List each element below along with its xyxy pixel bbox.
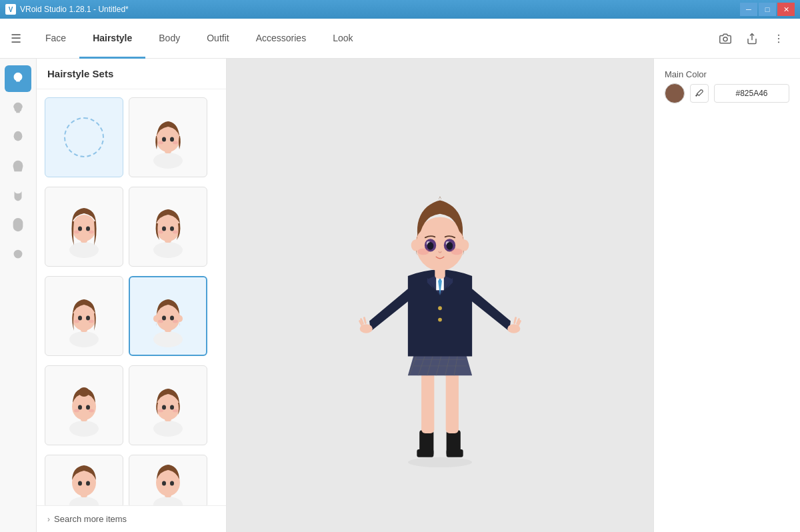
hair-illustration-1 (138, 104, 198, 171)
svg-point-19 (74, 231, 79, 234)
svg-point-43 (173, 320, 178, 323)
hairstyle-item-6[interactable] (45, 365, 123, 445)
svg-point-48 (78, 405, 82, 410)
hairstyle-item-1[interactable] (129, 97, 207, 177)
svg-point-21 (153, 242, 183, 258)
search-more-button[interactable]: › Search more items (37, 505, 226, 532)
hairstyle-item-7[interactable] (129, 365, 207, 445)
svg-point-7 (153, 153, 183, 169)
svg-point-12 (158, 141, 163, 145)
tab-face[interactable]: Face (32, 19, 79, 59)
window-title: VRoid Studio 1.28.1 - Untitled* (20, 5, 129, 14)
hairstyle-item-3[interactable] (129, 187, 207, 267)
chevron-right-icon: › (47, 515, 50, 524)
titlebar: V VRoid Studio 1.28.1 - Untitled* ─ □ ✕ (0, 0, 800, 19)
svg-point-103 (427, 242, 434, 250)
hairstyle-item-empty[interactable] (45, 97, 123, 177)
hairstyle-item-4[interactable] (45, 276, 123, 356)
right-panel: Main Color #825A46 (653, 59, 800, 532)
sidebar-icon-hair4[interactable] (5, 183, 31, 209)
svg-point-35 (153, 331, 183, 347)
svg-point-27 (173, 231, 178, 234)
svg-rect-74 (421, 373, 434, 433)
svg-point-6 (14, 250, 23, 259)
hairstyle-item-9[interactable] (129, 455, 207, 505)
color-swatch[interactable] (665, 83, 685, 103)
panel: Hairstyle Sets (37, 59, 227, 532)
svg-point-56 (170, 405, 174, 410)
search-more-label: Search more items (54, 514, 127, 524)
character-area (227, 59, 653, 532)
main-viewport (227, 59, 653, 532)
close-button[interactable]: ✕ (777, 3, 795, 16)
hair-illustration-4 (54, 283, 114, 349)
hairstyle-item-8[interactable] (45, 455, 123, 505)
sidebar-icon-head[interactable] (5, 65, 31, 92)
svg-point-18 (86, 227, 90, 231)
hair-illustration-8 (54, 455, 114, 505)
hairstyle-row-2: ✓ ✓ (45, 187, 218, 271)
top-navigation: ☰ Face Hairstyle Body Outfit Accessories… (0, 19, 800, 59)
maximize-button[interactable]: □ (759, 3, 776, 16)
eyedropper-button[interactable] (690, 84, 709, 103)
color-section-label: Main Color (665, 69, 789, 79)
hair-illustration-2 (54, 193, 114, 260)
svg-point-105 (417, 249, 429, 255)
sidebar-icon-hair5[interactable] (5, 212, 31, 239)
svg-point-40 (162, 316, 166, 321)
svg-point-52 (153, 421, 183, 437)
svg-point-33 (74, 320, 79, 323)
character-model (353, 122, 527, 469)
svg-point-39 (177, 315, 183, 322)
menu-icon[interactable]: ☰ (11, 31, 21, 46)
svg-point-67 (162, 481, 166, 486)
hairstyle-row-4: ✓ ✓ (45, 365, 218, 449)
sidebar-icon-hair3[interactable] (5, 153, 31, 180)
svg-point-38 (153, 315, 159, 322)
more-button[interactable] (768, 28, 789, 49)
tab-outfit[interactable]: Outfit (193, 19, 242, 59)
svg-point-25 (170, 227, 174, 231)
svg-point-98 (460, 239, 469, 251)
svg-point-20 (89, 231, 94, 234)
svg-point-17 (78, 227, 82, 231)
share-button[interactable] (741, 28, 763, 49)
svg-point-64 (153, 497, 183, 505)
hairstyle-item-2[interactable] (45, 187, 123, 267)
panel-header: Hairstyle Sets (37, 59, 226, 89)
camera-button[interactable] (715, 28, 736, 49)
svg-point-0 (723, 37, 727, 41)
hairstyle-item-5[interactable] (129, 276, 207, 356)
hairstyle-row-1: ✓ (45, 97, 218, 181)
svg-point-31 (78, 316, 82, 321)
svg-point-59 (69, 497, 99, 505)
hair-illustration-5 (138, 283, 198, 349)
sidebar-icon-hair2[interactable] (5, 124, 31, 151)
hair-illustration-6 (54, 372, 114, 439)
svg-point-44 (69, 421, 99, 437)
color-hex-display[interactable]: #825A46 (714, 84, 789, 103)
tab-accessories[interactable]: Accessories (243, 19, 319, 59)
svg-point-69 (408, 457, 472, 467)
sidebar-icon-hair1[interactable] (5, 95, 31, 121)
svg-point-3 (778, 37, 779, 39)
svg-point-41 (170, 316, 174, 321)
hair-illustration-3 (138, 193, 198, 260)
svg-point-4 (778, 41, 779, 43)
svg-point-23 (156, 215, 180, 241)
svg-point-106 (451, 249, 462, 255)
svg-point-58 (173, 409, 178, 413)
tab-hairstyle[interactable]: Hairstyle (79, 19, 145, 59)
hair-illustration-7 (138, 372, 198, 439)
tab-look[interactable]: Look (319, 19, 366, 59)
svg-point-63 (86, 481, 90, 486)
tab-body[interactable]: Body (145, 19, 193, 59)
hairstyle-row-5 (45, 455, 218, 505)
svg-point-86 (438, 318, 442, 322)
svg-rect-73 (447, 449, 463, 457)
svg-point-13 (173, 141, 178, 145)
minimize-button[interactable]: ─ (740, 3, 757, 16)
svg-point-2 (778, 34, 779, 35)
sidebar-icon-hair6[interactable] (5, 241, 31, 268)
svg-rect-72 (417, 449, 433, 457)
